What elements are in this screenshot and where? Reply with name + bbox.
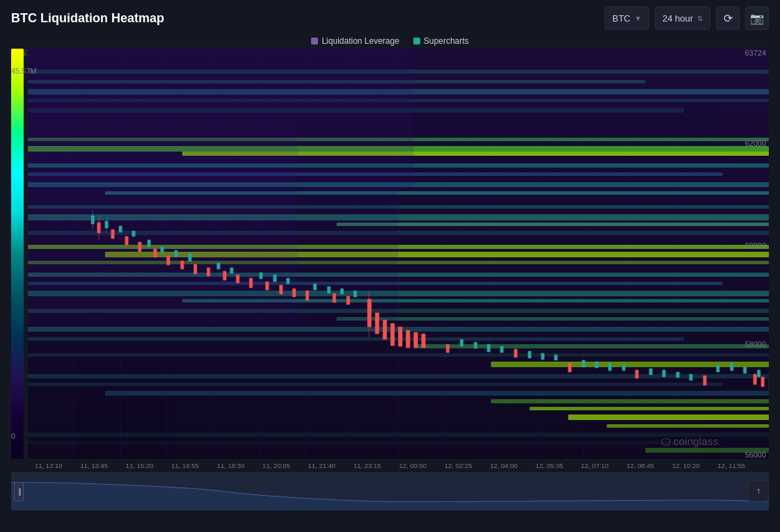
svg-rect-43 [414,344,769,348]
svg-rect-103 [125,236,128,245]
price-label-58000: 58000 [745,340,766,348]
svg-rect-132 [635,370,638,378]
svg-rect-77 [327,287,330,293]
refresh-button[interactable]: ⟳ [716,6,740,30]
svg-rect-83 [500,346,503,353]
svg-rect-123 [383,320,387,339]
scroll-up-button[interactable]: ↑ [748,481,769,501]
svg-rect-71 [217,263,220,269]
svg-rect-90 [622,365,625,371]
svg-rect-122 [375,313,379,334]
svg-rect-106 [167,256,170,265]
svg-rect-30 [337,223,769,226]
refresh-icon: ⟳ [724,12,733,25]
legend-label-liquidation: Liquidation Leverage [321,36,399,46]
scroll-up-icon: ↑ [756,486,761,496]
svg-rect-48 [105,391,769,396]
header-controls: BTC ▼ 24 hour ⇅ ⟳ 📷 [605,6,769,30]
legend: Liquidation Leverage Supercharts [0,36,780,46]
x-label-15: 12, 11:55 [717,462,745,469]
svg-rect-139 [11,472,769,510]
price-label-62000: 62000 [745,139,766,147]
svg-rect-93 [676,372,679,378]
svg-rect-78 [340,289,343,294]
camera-button[interactable]: 📷 [745,6,769,30]
svg-rect-80 [460,339,463,346]
svg-rect-53 [28,433,769,437]
price-axis: 63724 62000 60000 58000 56000 [734,49,769,459]
svg-rect-105 [154,249,157,257]
x-label-11: 12, 05:35 [536,462,564,469]
svg-rect-46 [28,374,769,378]
x-label-5: 11, 20:05 [262,462,290,469]
mini-chart-navigator[interactable]: ▐ ▌ [11,472,769,510]
svg-rect-117 [333,293,335,303]
svg-rect-72 [230,268,233,273]
chevron-down-icon: ▼ [635,15,642,22]
svg-rect-124 [390,323,395,346]
heatmap-svg: ⬡ coinglass [28,49,769,459]
color-scale-bar [11,49,24,459]
scroll-handle-left[interactable]: ▐ [14,482,24,501]
svg-rect-108 [194,264,197,274]
svg-rect-116 [305,291,308,300]
chart-canvas[interactable]: ⬡ coinglass 63724 62000 60000 58000 5600… [28,49,769,459]
svg-rect-79 [353,291,356,297]
svg-rect-75 [287,278,289,284]
svg-rect-40 [337,317,769,321]
svg-rect-94 [690,374,692,380]
svg-rect-59 [91,216,94,224]
svg-rect-89 [608,363,611,371]
svg-rect-130 [514,349,517,357]
svg-rect-49 [491,399,769,403]
svg-rect-125 [399,327,403,346]
x-label-13: 12, 08:45 [626,462,654,469]
svg-rect-87 [582,360,585,367]
x-label-1: 11, 13:45 [80,462,108,469]
svg-rect-74 [273,275,276,282]
svg-rect-47 [28,382,722,386]
svg-rect-45 [491,362,769,367]
scroll-left-icon: ▐ [17,488,21,495]
main-chart: ⬡ coinglass 63724 62000 60000 58000 5600… [11,49,769,459]
y-axis-max: 45.57M [11,67,37,75]
svg-rect-65 [119,226,122,232]
svg-rect-119 [367,299,372,327]
svg-rect-92 [662,370,665,377]
svg-rect-84 [528,351,531,358]
svg-rect-69 [175,250,177,257]
x-axis: 11, 12:10 11, 13:45 11, 15:20 11, 16:55 … [35,462,745,469]
svg-rect-54 [28,441,684,444]
asset-selector[interactable]: BTC ▼ [605,6,649,30]
svg-rect-118 [347,296,349,305]
svg-rect-127 [414,332,418,348]
svg-rect-67 [148,240,150,247]
svg-rect-115 [293,289,296,297]
svg-rect-50 [530,407,769,410]
svg-rect-44 [28,353,769,357]
x-label-4: 11, 18:30 [217,462,245,469]
svg-rect-110 [223,271,226,280]
svg-rect-42 [28,337,684,341]
svg-rect-107 [181,261,184,269]
svg-rect-81 [474,342,477,348]
svg-rect-66 [132,231,135,236]
price-label-56000: 56000 [745,451,766,459]
camera-icon: 📷 [750,12,764,25]
svg-rect-58 [28,118,298,327]
x-label-7: 11, 23:15 [353,462,381,469]
svg-rect-70 [189,254,191,261]
svg-rect-129 [446,344,449,353]
x-label-6: 11, 21:40 [308,462,336,469]
x-label-2: 11, 15:20 [126,462,154,469]
y-axis-zero: 0 [11,432,15,440]
time-selector[interactable]: 24 hour ⇅ [655,6,710,30]
svg-rect-112 [249,278,252,288]
chevron-updown-icon: ⇅ [697,15,703,22]
price-label-63724: 63724 [745,49,766,57]
svg-rect-62 [105,221,108,228]
svg-rect-76 [313,284,316,290]
x-label-14: 12, 10:20 [672,462,700,469]
svg-rect-96 [731,363,733,371]
mini-chart-svg [11,472,769,510]
